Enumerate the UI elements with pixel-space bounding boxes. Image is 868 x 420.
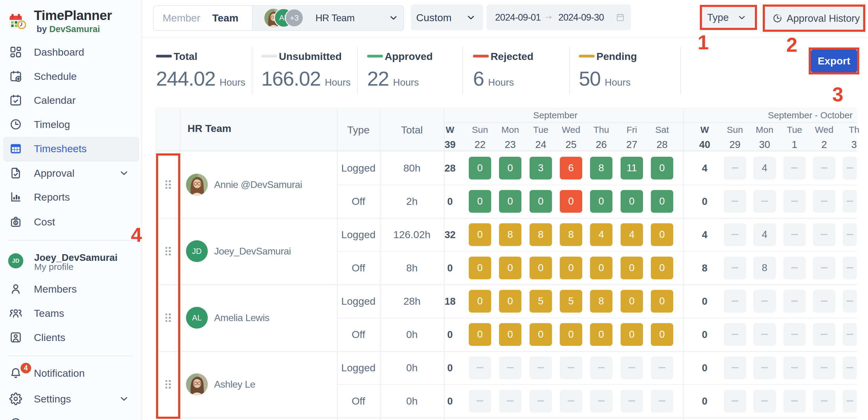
svg-text:$: $ [15,221,17,224]
